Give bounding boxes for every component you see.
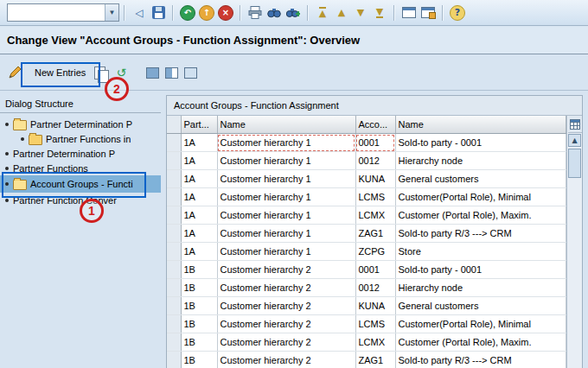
page-up-icon[interactable]: ▲ (333, 4, 350, 22)
cell[interactable]: ZAG1 (355, 352, 395, 368)
row-selector[interactable] (167, 333, 181, 352)
cell[interactable]: Customer hierarchy 2 (217, 279, 355, 297)
cell[interactable]: Customer hierarchy 2 (217, 333, 355, 352)
row-selector[interactable] (167, 188, 181, 206)
last-page-icon[interactable]: ▼ (371, 4, 388, 22)
cell[interactable]: 1A (181, 170, 217, 188)
cell[interactable]: LCMX (355, 206, 395, 225)
row-selector[interactable] (167, 352, 181, 368)
cell[interactable]: 1B (181, 315, 217, 333)
row-selector[interactable] (167, 134, 181, 152)
cell[interactable]: Customer hierarchy 2 (217, 261, 355, 279)
cell[interactable]: Customer hierarchy 1 (217, 170, 355, 188)
cell[interactable]: Customer hierarchy 2 (217, 315, 355, 333)
cell[interactable]: 1A (181, 152, 217, 170)
scrollbar-thumb[interactable] (568, 149, 581, 178)
cell[interactable]: 1B (181, 297, 217, 315)
cell[interactable]: 0012 (355, 152, 395, 170)
help-icon[interactable]: ? (449, 4, 466, 22)
cell[interactable]: Sold-to party - 0001 (395, 134, 566, 152)
tree-item-2[interactable]: Partner Determination P (0, 146, 161, 161)
cell[interactable]: 0012 (355, 279, 395, 297)
tree-item-0[interactable]: Partner Determination P (0, 117, 161, 131)
cell[interactable]: 0001 (355, 134, 395, 152)
column-header-account-group[interactable]: Acco... (355, 116, 395, 134)
find-icon[interactable] (265, 4, 283, 22)
table-settings-icon[interactable] (568, 116, 582, 133)
command-input[interactable] (8, 5, 105, 20)
command-field[interactable]: ▼ (7, 3, 119, 22)
cell[interactable]: Store (395, 243, 566, 261)
row-selector[interactable] (167, 279, 181, 297)
cell[interactable]: Customer hierarchy 1 (217, 225, 355, 243)
row-selector[interactable] (167, 261, 181, 279)
cell[interactable]: Customer hierarchy 1 (217, 243, 355, 261)
table-row: 1BCustomer hierarchy 2LCMSCustomer(Porta… (167, 315, 566, 333)
cell[interactable]: LCMS (355, 188, 395, 206)
save-icon[interactable] (150, 4, 167, 22)
cell[interactable]: KUNA (355, 297, 395, 315)
cell[interactable]: Customer hierarchy 1 (217, 152, 355, 170)
cell[interactable]: ZAG1 (355, 225, 395, 243)
cell[interactable]: 1A (181, 225, 217, 243)
cell[interactable]: Hierarchy node (395, 152, 566, 170)
column-header-name-2[interactable]: Name (395, 116, 566, 134)
row-selector[interactable] (167, 225, 181, 243)
find-next-icon[interactable] (284, 4, 302, 22)
cell[interactable]: Customer (Portal Role), Maxim. (395, 333, 566, 352)
cancel-icon[interactable]: × (217, 4, 234, 22)
cell[interactable]: Customer hierarchy 1 (217, 188, 355, 206)
cell[interactable]: Sold-to party - 0001 (395, 261, 566, 279)
row-selector[interactable] (167, 315, 181, 333)
cell[interactable]: 1B (181, 261, 217, 279)
select-block-icon[interactable] (163, 64, 180, 81)
first-page-icon[interactable]: ▲ (314, 4, 331, 22)
cell[interactable]: Customer hierarchy 1 (217, 134, 355, 152)
cell[interactable]: Customer hierarchy 1 (217, 206, 355, 225)
cell[interactable]: Customer(Portal Role), Minimal (395, 188, 566, 206)
cell[interactable]: 1A (181, 243, 217, 261)
cell[interactable]: General customers (395, 170, 566, 188)
cell[interactable]: LCMX (355, 333, 395, 352)
select-all-corner[interactable] (167, 116, 181, 134)
enter-icon[interactable]: ◁ (131, 4, 148, 22)
row-selector[interactable] (167, 243, 181, 261)
cell[interactable]: Sold-to party R/3 ---> CRM (395, 225, 566, 243)
cell[interactable]: KUNA (355, 170, 395, 188)
select-all-icon[interactable] (144, 64, 161, 81)
page-down-icon[interactable]: ▼ (352, 4, 369, 22)
print-icon[interactable] (246, 4, 264, 22)
cell[interactable]: Customer (Portal Role), Maxim. (395, 206, 566, 225)
scroll-up-button[interactable]: ▲ (568, 134, 581, 147)
row-selector[interactable] (167, 170, 181, 188)
cell[interactable]: Hierarchy node (395, 279, 566, 297)
cell[interactable]: 1B (181, 333, 217, 352)
create-shortcut-icon[interactable] (419, 4, 437, 22)
cell[interactable]: ZCPG (355, 243, 395, 261)
toolbar-separator (240, 5, 241, 21)
column-header-partner-function[interactable]: Part... (181, 116, 217, 134)
cell[interactable]: 1B (181, 352, 217, 368)
command-dropdown-icon[interactable]: ▼ (105, 4, 118, 21)
back-icon[interactable]: ↶ (179, 4, 196, 22)
cell[interactable]: Sold-to party R/3 ---> CRM (395, 352, 566, 368)
cell[interactable]: General customers (395, 297, 566, 315)
exit-icon[interactable]: ↑ (198, 4, 215, 22)
tree-item-1[interactable]: Partner Functions in (0, 131, 161, 146)
cell[interactable]: Customer hierarchy 2 (217, 297, 355, 315)
cell[interactable]: 1A (181, 134, 217, 152)
new-session-icon[interactable] (400, 4, 418, 22)
deselect-all-icon[interactable] (182, 64, 199, 81)
cell[interactable]: 1A (181, 206, 217, 225)
cell[interactable]: 1B (181, 279, 217, 297)
cell[interactable]: Customer(Portal Role), Minimal (395, 315, 566, 333)
cell[interactable]: 1A (181, 188, 217, 206)
annotation-box-account-groups (2, 172, 146, 198)
row-selector[interactable] (167, 206, 181, 225)
row-selector[interactable] (167, 152, 181, 170)
row-selector[interactable] (167, 297, 181, 315)
column-header-name-1[interactable]: Name (217, 116, 355, 134)
cell[interactable]: Customer hierarchy 2 (217, 352, 355, 368)
cell[interactable]: 0001 (355, 261, 395, 279)
cell[interactable]: LCMS (355, 315, 395, 333)
